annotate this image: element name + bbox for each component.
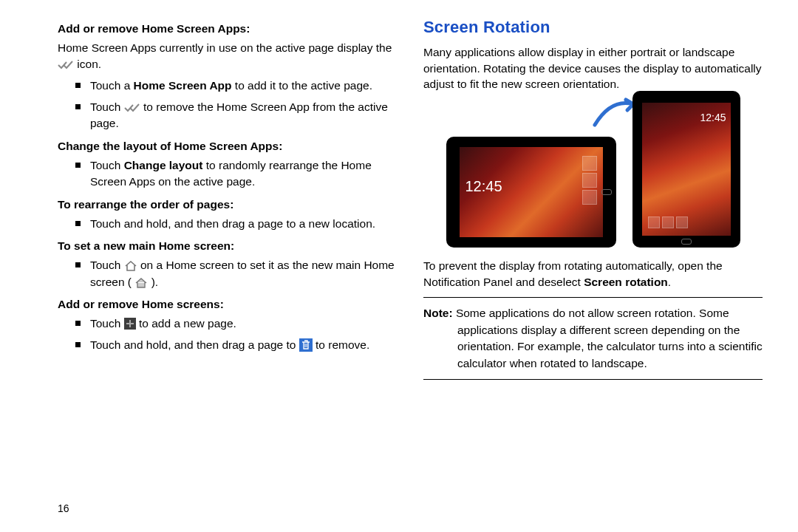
divider bbox=[423, 379, 763, 380]
heading-change-layout: Change the layout of Home Screen Apps: bbox=[58, 140, 397, 153]
list-item: Touch and hold, and then drag a page to … bbox=[75, 216, 397, 232]
list-add-remove-screens: Touch to add a new page. Touch and hold,… bbox=[58, 316, 397, 353]
para-prevent-rotation: To prevent the display from rotating aut… bbox=[423, 258, 763, 290]
right-column: Screen Rotation Many applications allow … bbox=[423, 18, 763, 514]
heading-add-remove-screens: Add or remove Home screens: bbox=[58, 298, 397, 311]
note-text: Some applications do not allow screen ro… bbox=[453, 307, 763, 369]
para-rotation-intro: Many applications allow display in eithe… bbox=[423, 44, 763, 92]
tile bbox=[582, 156, 597, 171]
tile bbox=[676, 216, 688, 228]
note-block: Note: Some applications do not allow scr… bbox=[423, 305, 763, 372]
tile bbox=[582, 190, 597, 205]
clock-time-landscape: 12:45 bbox=[466, 178, 502, 195]
double-check-icon bbox=[124, 103, 140, 113]
text: Touch bbox=[90, 259, 124, 271]
list-item: Touch to remove the Home Screen App from… bbox=[75, 99, 397, 132]
text: to add it to the active page. bbox=[232, 79, 372, 92]
para-active-icon: Home Screen Apps currently in use on the… bbox=[58, 40, 397, 72]
double-check-icon bbox=[58, 60, 74, 70]
plus-icon bbox=[124, 318, 136, 330]
tablet-landscape-screen: 12:45 bbox=[460, 147, 603, 237]
list-item: Touch and hold, and then drag a page to … bbox=[75, 337, 397, 353]
home-outline-icon bbox=[124, 261, 137, 271]
page-number: 16 bbox=[58, 502, 69, 514]
tile bbox=[582, 173, 597, 188]
trash-icon bbox=[299, 338, 313, 352]
tablet-portrait-screen: 12:45 bbox=[642, 103, 731, 236]
bold-text: Home Screen App bbox=[134, 79, 232, 92]
tablet-portrait: 12:45 bbox=[632, 91, 740, 248]
tile bbox=[648, 216, 660, 228]
note-label: Note: bbox=[423, 307, 453, 319]
section-title-screen-rotation: Screen Rotation bbox=[423, 18, 763, 37]
tiles-landscape bbox=[582, 156, 597, 205]
list-change-layout: Touch Change layout to randomly rearrang… bbox=[58, 157, 397, 191]
heading-rearrange-pages: To rearrange the order of pages: bbox=[58, 198, 397, 211]
rotation-illustration: 12:45 12:45 bbox=[423, 100, 763, 248]
list-item: Touch to add a new page. bbox=[75, 316, 397, 332]
tablet-landscape: 12:45 bbox=[446, 137, 616, 248]
text: icon. bbox=[77, 58, 101, 70]
left-column: Add or remove Home Screen Apps: Home Scr… bbox=[58, 18, 397, 514]
text: Touch a bbox=[90, 79, 134, 92]
text: Touch bbox=[90, 317, 124, 330]
text: . bbox=[668, 276, 671, 288]
text: Touch bbox=[90, 100, 124, 113]
bold-text: Screen rotation bbox=[584, 276, 668, 288]
list-set-main-home: Touch on a Home screen to set it as the … bbox=[58, 257, 397, 290]
list-item: Touch a Home Screen App to add it to the… bbox=[75, 78, 397, 94]
tile bbox=[662, 216, 674, 228]
heading-set-main-home: To set a new main Home screen: bbox=[58, 239, 397, 253]
home-button-icon bbox=[681, 239, 692, 245]
home-filled-icon bbox=[134, 278, 148, 288]
text: Touch bbox=[90, 159, 124, 171]
tiles-portrait bbox=[648, 216, 688, 228]
divider bbox=[423, 297, 763, 298]
bold-text: Change layout bbox=[124, 159, 203, 171]
home-button-icon bbox=[601, 189, 612, 195]
text: to remove. bbox=[316, 338, 369, 351]
text: To prevent the display from rotating aut… bbox=[423, 259, 723, 288]
list-item: Touch on a Home screen to set it as the … bbox=[75, 257, 397, 290]
manual-page: Add or remove Home Screen Apps: Home Scr… bbox=[0, 0, 798, 532]
text: ). bbox=[151, 276, 158, 288]
text: Touch and hold, and then drag a page to bbox=[90, 338, 299, 351]
text: to add a new page. bbox=[139, 317, 236, 330]
text: Home Screen Apps currently in use on the… bbox=[58, 41, 392, 54]
heading-add-remove-apps: Add or remove Home Screen Apps: bbox=[58, 22, 397, 35]
list-item: Touch Change layout to randomly rearrang… bbox=[75, 157, 397, 191]
list-rearrange-pages: Touch and hold, and then drag a page to … bbox=[58, 216, 397, 232]
list-add-remove-apps: Touch a Home Screen App to add it to the… bbox=[58, 78, 397, 132]
clock-time-portrait: 12:45 bbox=[700, 112, 726, 123]
